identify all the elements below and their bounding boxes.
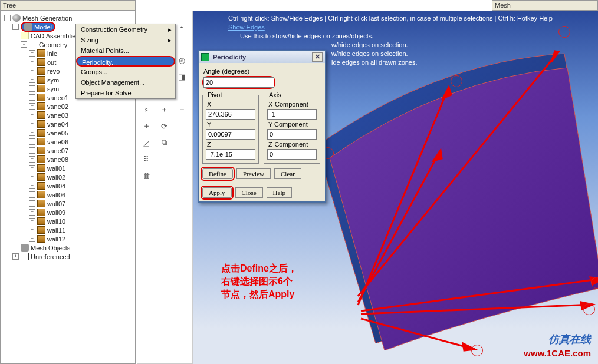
plus-icon[interactable]: ＋ <box>159 104 169 115</box>
axis-x-input[interactable]: -1 <box>267 109 317 120</box>
expand-icon[interactable]: + <box>29 68 35 74</box>
tree-item[interactable]: +vane05 <box>1 128 135 137</box>
menu-item[interactable]: Groups... <box>76 67 175 77</box>
cube-icon[interactable]: ◨ <box>176 71 187 82</box>
expand-icon[interactable]: + <box>29 218 35 224</box>
expand-icon[interactable]: + <box>29 103 35 110</box>
cad-icon <box>21 32 29 39</box>
pivot-x-label: X <box>207 101 255 108</box>
menu-item[interactable]: Construction Geometry▸ <box>76 24 175 35</box>
expand-icon[interactable]: + <box>29 94 35 101</box>
collapse-icon[interactable]: - <box>4 15 11 21</box>
tree-item[interactable]: +vane06 <box>1 137 135 146</box>
tree-unreferenced[interactable]: +Unreferenced <box>1 252 135 261</box>
show-edges-link[interactable]: Show Edges <box>228 23 553 32</box>
preview-button[interactable]: Preview <box>236 168 271 179</box>
tree-item[interactable]: +vane07 <box>1 146 135 155</box>
trash-icon[interactable]: 🗑 <box>141 170 152 181</box>
axis-y-input[interactable]: 0 <box>267 129 317 140</box>
geometry-node-icon <box>37 226 45 234</box>
angle-input[interactable]: 20 <box>203 77 274 88</box>
close-icon[interactable]: ✕ <box>312 52 323 62</box>
plus-icon[interactable]: ＋ <box>176 104 187 115</box>
angle-label: Angle (degrees) <box>203 68 321 75</box>
tree-item[interactable]: +vane03 <box>1 111 135 120</box>
expand-icon[interactable]: + <box>29 112 35 118</box>
expand-icon[interactable]: + <box>29 227 35 233</box>
axis-legend: Axis <box>267 91 283 98</box>
menu-item[interactable]: Material Points... <box>76 45 175 56</box>
help-button[interactable]: Help <box>267 187 292 198</box>
tree-item[interactable]: +wall10 <box>1 217 135 226</box>
expand-icon[interactable]: + <box>29 85 35 92</box>
expand-icon[interactable]: + <box>29 138 35 145</box>
tree-item[interactable]: +vane04 <box>1 120 135 128</box>
dot-icon[interactable]: • <box>176 22 187 32</box>
expand-icon[interactable]: + <box>29 200 35 207</box>
expand-icon[interactable]: + <box>29 50 35 57</box>
tree-item[interactable]: +wall02 <box>1 173 135 181</box>
geometry-node-icon <box>37 200 45 207</box>
define-button[interactable]: Define <box>202 168 233 179</box>
close-button[interactable]: Close <box>235 187 263 198</box>
tree-column-header: Tree <box>0 0 136 11</box>
axis-z-input[interactable]: 0 <box>267 149 317 160</box>
pivot-y-input[interactable]: 0.00097 <box>206 129 255 140</box>
corner-icon[interactable]: ◿ <box>141 137 152 148</box>
expand-icon[interactable]: + <box>29 59 35 65</box>
expand-icon[interactable]: + <box>29 77 35 83</box>
tree-item[interactable]: +wall07 <box>1 199 135 208</box>
gap <box>176 88 187 98</box>
pivot-x-input[interactable]: 270.366 <box>206 109 255 120</box>
expand-icon[interactable]: + <box>29 156 35 163</box>
axis-y-label: Y-Component <box>268 121 317 128</box>
geometry-node-icon <box>37 209 45 216</box>
geometry-node-icon <box>37 155 45 163</box>
dialog-titlebar[interactable]: Periodicity ✕ <box>199 51 325 63</box>
tree-item[interactable]: +wall12 <box>1 234 135 243</box>
expand-icon[interactable]: + <box>29 183 35 189</box>
plus-icon[interactable]: ＋ <box>141 121 152 131</box>
tree-mesh-objects[interactable]: Mesh Objects <box>1 243 135 252</box>
dots-icon[interactable]: ⠿ <box>141 154 152 164</box>
geometry-node-icon <box>37 164 45 172</box>
clear-button[interactable]: Clear <box>274 168 301 179</box>
expand-icon[interactable]: + <box>29 147 35 154</box>
geometry-node-icon <box>37 191 45 198</box>
grid-icon[interactable]: ♯ <box>141 104 152 115</box>
tree-root[interactable]: -Mesh Generation <box>1 14 135 22</box>
expand-icon[interactable]: + <box>29 121 35 127</box>
menu-item[interactable]: Periodicity... <box>76 56 175 67</box>
globe-icon <box>12 14 21 22</box>
eye-off-icon[interactable]: ◎ <box>176 55 187 65</box>
geometry-node-icon <box>37 85 45 92</box>
expand-icon[interactable]: + <box>29 165 35 171</box>
edge-icon[interactable]: ⧉ <box>159 137 169 148</box>
model-icon <box>24 23 32 31</box>
node-marker <box>558 26 570 38</box>
pivot-z-input[interactable]: -7.1e-15 <box>206 149 255 160</box>
expand-icon[interactable]: + <box>29 236 35 242</box>
tree-item[interactable]: +vane02 <box>1 102 135 111</box>
expand-icon[interactable]: + <box>29 191 35 198</box>
geometry-node-icon <box>37 58 45 66</box>
menu-item[interactable]: Prepare for Solve <box>76 88 175 98</box>
tree-item[interactable]: +vane08 <box>1 155 135 164</box>
mesh-geometry <box>281 43 598 364</box>
tree-item[interactable]: +wall06 <box>1 190 135 199</box>
refresh-icon[interactable]: ⟳ <box>159 121 169 131</box>
collapse-icon[interactable]: - <box>21 41 27 48</box>
tree-item[interactable]: +wall09 <box>1 208 135 217</box>
expand-icon[interactable]: + <box>29 209 35 216</box>
app-icon <box>201 53 209 61</box>
collapse-icon[interactable]: - <box>12 24 19 30</box>
expand-icon[interactable]: + <box>29 174 35 180</box>
tree-item[interactable]: +wall11 <box>1 226 135 234</box>
tree-item[interactable]: +wall04 <box>1 181 135 190</box>
expand-icon[interactable]: + <box>12 253 19 260</box>
tree-item[interactable]: +wall01 <box>1 164 135 173</box>
expand-icon[interactable]: + <box>29 130 35 136</box>
menu-item[interactable]: Object Management... <box>76 77 175 88</box>
apply-button[interactable]: Apply <box>202 187 232 198</box>
menu-item[interactable]: Sizing▸ <box>76 35 175 45</box>
